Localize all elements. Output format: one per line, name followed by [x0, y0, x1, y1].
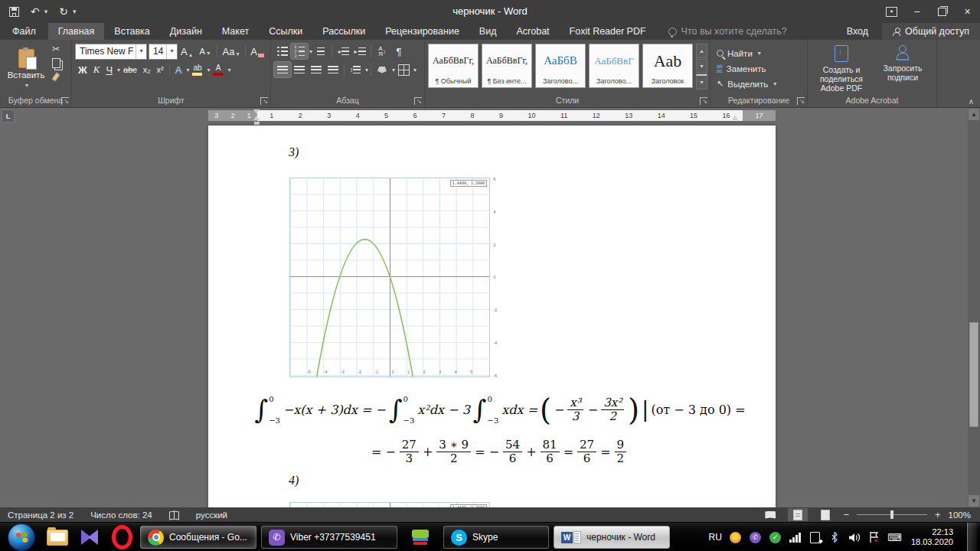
- tab-file[interactable]: Файл: [0, 23, 48, 40]
- format-painter-button[interactable]: [49, 71, 63, 82]
- share-button[interactable]: Общий доступ: [882, 23, 980, 40]
- embedded-graph-object[interactable]: 1.4400, 1.2000 -5-4-3 -2-10 123 45 642 0…: [289, 178, 490, 377]
- clipboard-dialog-launcher[interactable]: ↘: [61, 97, 69, 105]
- taskbar-button-skype[interactable]: S Skype: [443, 526, 549, 549]
- font-family-dropdown-icon[interactable]: ▾: [136, 44, 146, 59]
- line-spacing-button[interactable]: ↕: [347, 62, 364, 77]
- bullets-button[interactable]: [274, 44, 291, 59]
- font-size-dropdown-icon[interactable]: ▾: [166, 44, 177, 59]
- tab-mailings[interactable]: Рассылки: [312, 23, 375, 40]
- zoom-in-button[interactable]: +: [935, 509, 941, 520]
- tab-review[interactable]: Рецензирование: [375, 23, 469, 40]
- tray-volume-icon[interactable]: [848, 531, 861, 544]
- language-indicator[interactable]: русский: [196, 510, 227, 520]
- redo-icon[interactable]: ↻: [59, 5, 68, 18]
- paragraph-dialog-launcher[interactable]: ↘: [414, 97, 422, 105]
- tab-acrobat[interactable]: Acrobat: [506, 23, 559, 40]
- tab-design[interactable]: Дизайн: [160, 23, 212, 40]
- paste-dropdown-icon[interactable]: ▾: [25, 82, 28, 89]
- change-case-button[interactable]: Аа▾: [220, 45, 243, 58]
- tray-antivirus-icon[interactable]: ✓: [769, 531, 782, 544]
- subscript-button[interactable]: x₂: [140, 64, 154, 75]
- document-page[interactable]: 3) 1.4400, 1.2000 -5-4-3 -2-10 123 45 64…: [208, 126, 776, 507]
- font-size-combo[interactable]: 14 ▾: [149, 44, 178, 60]
- style-normal[interactable]: АаБбВвГг, ¶ Обычный: [428, 44, 479, 88]
- create-pdf-button[interactable]: Создать и поделиться Adobe PDF: [811, 42, 872, 95]
- read-mode-button[interactable]: [760, 508, 780, 521]
- vertical-scrollbar[interactable]: ▲ ▼: [968, 108, 980, 507]
- font-color-button[interactable]: А: [210, 64, 226, 77]
- strikethrough-button[interactable]: abc: [120, 64, 140, 75]
- scroll-up-button[interactable]: ▲: [969, 109, 979, 120]
- tab-insert[interactable]: Вставка: [104, 23, 159, 40]
- text-effects-button[interactable]: А: [172, 64, 185, 77]
- font-dialog-launcher[interactable]: ↘: [260, 97, 268, 105]
- tab-stop-selector[interactable]: L: [2, 109, 15, 122]
- cut-button[interactable]: ✂: [49, 44, 63, 54]
- tray-keyboard-icon[interactable]: ⌨: [888, 531, 901, 544]
- tray-network-icon[interactable]: [789, 531, 802, 544]
- styles-dialog-launcher[interactable]: ↘: [700, 97, 707, 105]
- tray-bluetooth-icon[interactable]: [828, 531, 841, 544]
- zoom-slider[interactable]: [857, 514, 927, 515]
- language-switcher[interactable]: RU: [709, 532, 722, 543]
- scrollbar-thumb[interactable]: [969, 322, 978, 427]
- tray-action-center-icon[interactable]: ×: [868, 531, 881, 544]
- shrink-font-button[interactable]: А▼: [197, 46, 214, 57]
- copy-button[interactable]: [49, 57, 63, 68]
- italic-button[interactable]: К: [90, 63, 103, 77]
- tab-layout[interactable]: Макет: [212, 23, 259, 40]
- taskbar-bluestacks-icon[interactable]: [406, 523, 435, 551]
- start-button[interactable]: [8, 523, 35, 551]
- tab-references[interactable]: Ссылки: [259, 23, 312, 40]
- undo-dropdown-icon[interactable]: ▾: [44, 8, 48, 15]
- scroll-down-button[interactable]: ▼: [969, 495, 979, 507]
- replace-button[interactable]: abас Заменить: [714, 61, 804, 76]
- line-spacing-dropdown-icon[interactable]: ▾: [365, 67, 368, 73]
- zoom-out-button[interactable]: −: [843, 509, 849, 520]
- tray-power-icon[interactable]: [808, 531, 822, 544]
- decrease-indent-button[interactable]: ◂: [335, 44, 351, 59]
- sign-in-button[interactable]: Вход: [833, 23, 882, 40]
- clear-formatting-button[interactable]: А: [247, 45, 267, 58]
- superscript-button[interactable]: x²: [154, 64, 167, 75]
- taskbar-button-viber[interactable]: ✆ Viber +37377539451: [261, 526, 397, 549]
- word-count[interactable]: Число слов: 24: [90, 510, 152, 520]
- tray-viber-icon[interactable]: ✆: [749, 531, 762, 544]
- taskbar-button-word[interactable]: W черночик - Word: [554, 526, 670, 549]
- shading-button[interactable]: [374, 62, 390, 77]
- select-button[interactable]: ↖ Выделить ▾: [714, 77, 804, 91]
- style-heading2[interactable]: АаБбВвГ Заголово...: [589, 44, 639, 88]
- show-desktop-button[interactable]: [966, 523, 977, 551]
- tab-foxit[interactable]: Foxit Reader PDF: [560, 23, 656, 40]
- taskbar-opera-icon[interactable]: [107, 523, 136, 551]
- tell-me-search[interactable]: Что вы хотите сделать?: [668, 23, 787, 40]
- style-no-spacing[interactable]: АаБбВвГг, ¶ Без инте...: [482, 44, 532, 88]
- minimize-button[interactable]: −: [904, 0, 929, 23]
- multilevel-list-button[interactable]: [312, 44, 329, 59]
- highlight-button[interactable]: ab: [189, 64, 205, 77]
- styles-gallery-more-button[interactable]: ▼: [696, 74, 707, 90]
- horizontal-ruler[interactable]: 321 1234 5678 9101112 13141516 17: [208, 110, 776, 121]
- taskbar-explorer-icon[interactable]: [43, 523, 72, 551]
- collapse-ribbon-button[interactable]: ∧: [969, 97, 974, 106]
- proofing-status-icon[interactable]: [169, 511, 179, 519]
- styles-scroll-up-button[interactable]: ▲: [696, 44, 707, 58]
- numbering-button[interactable]: 1 2 3: [291, 44, 308, 59]
- underline-button[interactable]: Ч: [103, 64, 116, 77]
- tab-home[interactable]: Главная: [48, 23, 105, 40]
- print-layout-button[interactable]: [788, 508, 808, 521]
- close-button[interactable]: ×: [955, 0, 980, 23]
- tab-view[interactable]: Вид: [469, 23, 507, 40]
- justify-button[interactable]: [325, 62, 341, 77]
- paste-button[interactable]: Вставить ▾: [3, 42, 49, 95]
- bold-button[interactable]: Ж: [75, 64, 90, 77]
- right-indent-marker[interactable]: [732, 116, 738, 120]
- qat-customize-icon[interactable]: ▾: [73, 8, 77, 15]
- align-center-button[interactable]: [291, 62, 308, 77]
- font-family-combo[interactable]: Times New F ▾: [75, 44, 147, 60]
- save-icon[interactable]: [9, 7, 19, 17]
- request-signatures-button[interactable]: Запросить подписи: [872, 42, 933, 95]
- tray-app-icon[interactable]: [729, 531, 742, 544]
- taskbar-kmplayer-icon[interactable]: [75, 523, 104, 551]
